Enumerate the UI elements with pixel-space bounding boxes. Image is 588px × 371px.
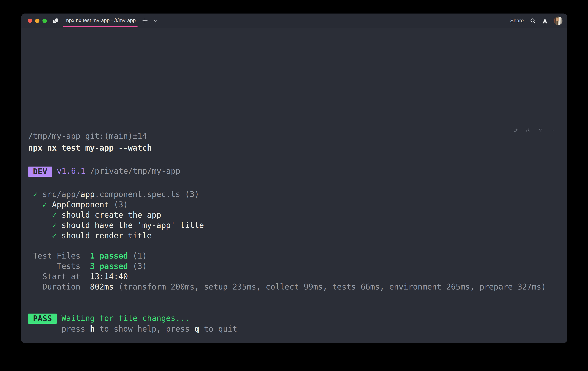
pass-badge: PASS (28, 314, 57, 324)
chevron-down-icon (153, 18, 158, 23)
kebab-menu-icon[interactable] (550, 128, 556, 133)
terminal-window: npx nx test my-app - /t/my-app Share (21, 13, 567, 343)
plus-icon (141, 17, 149, 24)
vitest-cwd: /private/tmp/my-app (85, 166, 180, 175)
vitest-dev-line: DEV v1.6.1 /private/tmp/my-app (28, 166, 560, 177)
command-line: npx nx test my-app --watch (28, 143, 560, 153)
active-tab-underline (63, 26, 137, 27)
vitest-version: v1.6.1 (52, 166, 85, 175)
check-icon: ✓ (28, 231, 62, 240)
minimize-button[interactable] (35, 19, 40, 23)
tab-dropdown-button[interactable] (153, 18, 158, 23)
download-icon[interactable] (526, 128, 531, 133)
terminal-scrollback (21, 28, 567, 122)
avatar[interactable] (554, 17, 562, 25)
test-case-row: ✓ should create the app (28, 210, 560, 220)
new-tab-button[interactable] (141, 17, 149, 24)
watch-status-line: PASS Waiting for file changes... (28, 313, 560, 324)
dev-badge: DEV (28, 166, 52, 177)
test-file-row: ✓ src/app/app.component.spec.ts (3) (28, 189, 560, 199)
pages-icon[interactable] (52, 17, 60, 24)
prompt-line: /tmp/my-app git:(main)±14 (28, 131, 560, 141)
warp-logo-button[interactable] (542, 18, 548, 24)
key-q: q (194, 324, 199, 333)
search-icon (530, 18, 536, 24)
titlebar-right-group: Share (510, 13, 562, 28)
filter-icon[interactable] (538, 128, 543, 133)
summary-row-start-at: Start at 13:14:40 (28, 271, 560, 282)
block-toolbar (513, 128, 556, 133)
tab-active[interactable]: npx nx test my-app - /t/my-app (66, 13, 136, 28)
check-icon: ✓ (28, 221, 62, 230)
summary-row-test-files: Test Files 1 passed (1) (28, 251, 560, 261)
summary-row-duration: Duration 802ms (transform 200ms, setup 2… (28, 282, 560, 292)
waiting-text: Waiting for file changes... (57, 314, 190, 323)
check-icon: ✓ (28, 210, 62, 219)
summary-row-tests: Tests 3 passed (3) (28, 261, 560, 271)
close-button[interactable] (28, 19, 32, 23)
share-button[interactable]: Share (510, 18, 524, 24)
traffic-lights (28, 13, 47, 28)
command-block: /tmp/my-app git:(main)±14 npx nx test my… (21, 122, 567, 334)
warp-logo-icon (542, 18, 548, 24)
key-h: h (90, 324, 95, 333)
search-button[interactable] (530, 18, 536, 24)
test-case-row: ✓ should render title (28, 230, 560, 241)
title-bar: npx nx test my-app - /t/my-app Share (21, 13, 567, 28)
watch-help-line: press h to show help, press q to quit (28, 324, 560, 334)
zoom-button[interactable] (42, 19, 47, 23)
check-icon: ✓ (28, 200, 52, 209)
sparkles-icon[interactable] (513, 128, 518, 133)
test-suite-row: ✓ AppComponent (3) (28, 199, 560, 210)
check-icon: ✓ (28, 190, 42, 199)
test-case-row: ✓ should have the 'my-app' title (28, 220, 560, 230)
